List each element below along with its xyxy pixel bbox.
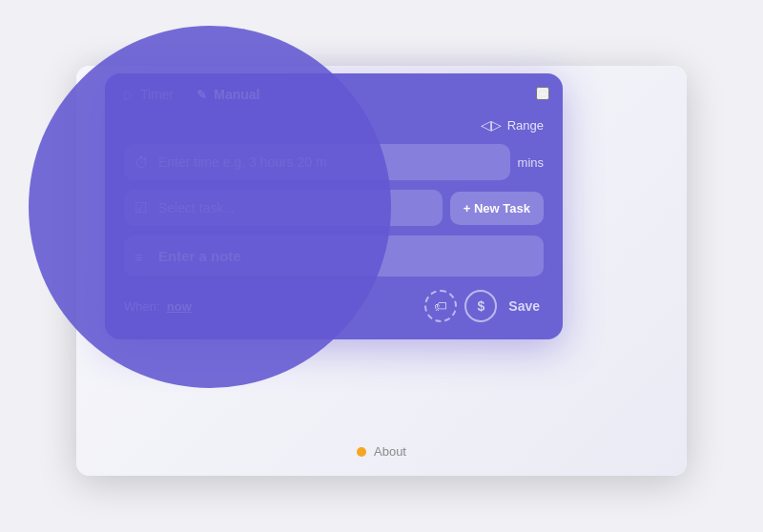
new-task-button[interactable]: + New Task [450, 192, 544, 225]
bottom-right: 🏷 $ Save [424, 290, 544, 322]
task-input-wrapper: ☑ [124, 190, 443, 226]
time-row: ⏱ mins [124, 144, 544, 180]
time-input-wrapper: ⏱ [124, 144, 510, 180]
note-input[interactable] [124, 235, 544, 276]
about-label: About [374, 444, 406, 459]
time-input[interactable] [124, 144, 510, 180]
tab-manual-label: Manual [214, 87, 259, 102]
tab-timer[interactable]: ▷ Timer [124, 87, 174, 112]
range-label: Range [507, 118, 544, 133]
minimize-button[interactable]: − [536, 87, 549, 100]
when-text: When: now [124, 299, 192, 314]
screen-wrapper: About ▷ Timer ✎ Manual − ◁▷ Range [57, 47, 706, 485]
save-button[interactable]: Save [505, 293, 544, 319]
tag-icon: 🏷 [434, 298, 447, 314]
task-input[interactable] [124, 190, 443, 226]
when-value-link[interactable]: now [167, 299, 192, 314]
timer-icon: ▷ [124, 88, 134, 102]
panel-body: ⏱ mins ☑ + New Task ≡ W [105, 133, 563, 339]
dollar-icon: $ [477, 298, 485, 314]
tag-button[interactable]: 🏷 [424, 290, 457, 322]
popup-panel: ▷ Timer ✎ Manual − ◁▷ Range ⏱ mins [105, 73, 563, 339]
task-row: ☑ + New Task [124, 190, 544, 226]
about-bar: About [357, 444, 406, 459]
tab-timer-label: Timer [140, 87, 174, 102]
about-dot [357, 447, 366, 457]
note-wrapper: ≡ [124, 235, 544, 276]
mins-label: mins [518, 155, 544, 170]
tabs-row: ▷ Timer ✎ Manual − [105, 73, 563, 112]
tab-manual[interactable]: ✎ Manual [196, 87, 259, 112]
billing-button[interactable]: $ [464, 290, 497, 322]
range-row: ◁▷ Range [105, 112, 563, 133]
range-icon: ◁▷ [481, 117, 502, 133]
bottom-row: When: now 🏷 $ Save [124, 286, 544, 322]
manual-icon: ✎ [196, 88, 207, 102]
